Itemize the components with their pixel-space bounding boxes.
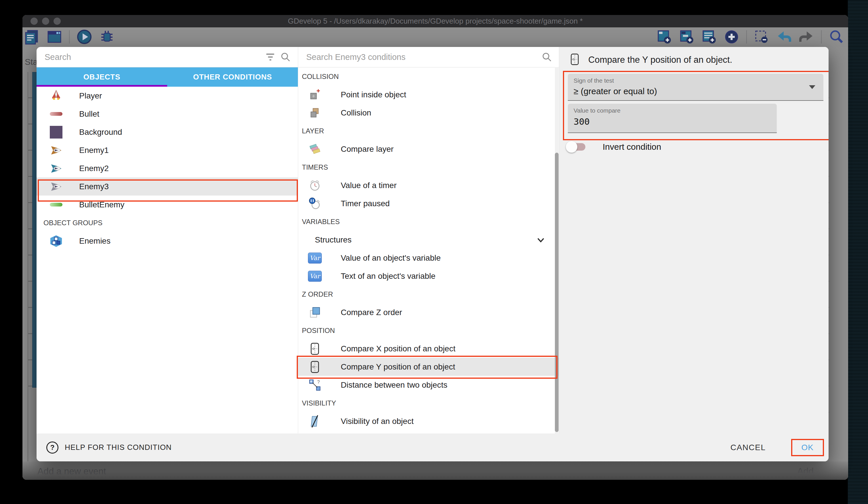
- bullet-icon: [48, 112, 64, 116]
- add-more-link[interactable]: Add...: [797, 466, 822, 477]
- maximize-window-button[interactable]: [53, 18, 61, 25]
- object-label: Enemy3: [79, 182, 109, 191]
- event-tree-corner: [28, 389, 37, 469]
- condition-header: Compare the Y position of an object.: [559, 47, 829, 67]
- add-subevent-icon[interactable]: [679, 29, 694, 44]
- desktop: GDevelop 5 - /Users/dkarakay/Documents/G…: [0, 0, 868, 504]
- condition-row-point-inside[interactable]: Point inside object: [298, 85, 559, 104]
- condition-title: Compare the Y position of an object.: [588, 55, 732, 65]
- condition-row-timer-paused[interactable]: Timer paused: [298, 194, 559, 213]
- event-condition-column: [32, 72, 37, 387]
- condition-row-collision[interactable]: Collision: [298, 104, 559, 122]
- section-timers: TIMERS: [298, 158, 559, 176]
- compare-y-position-icon: [307, 361, 323, 373]
- condition-row-compare-y[interactable]: Compare Y position of an object: [298, 358, 559, 376]
- object-row-background[interactable]: Background: [37, 123, 298, 141]
- conditions-scrollbar-thumb[interactable]: [555, 153, 559, 432]
- invert-condition-row: Invert condition: [566, 142, 661, 152]
- enemy2-ship-icon: [48, 162, 64, 175]
- distance-icon: ?: [307, 379, 323, 391]
- add-more-events-icon[interactable]: [724, 29, 740, 44]
- project-manager-icon[interactable]: [24, 29, 40, 44]
- section-variables: VARIABLES: [298, 213, 559, 231]
- section-visibility: VISIBILITY: [298, 394, 559, 412]
- toolbar-search-icon[interactable]: [829, 29, 844, 44]
- cancel-button[interactable]: CANCEL: [725, 440, 771, 456]
- sign-of-test-select[interactable]: Sign of the test ≥ (greater or equal to): [568, 74, 823, 101]
- object-row-enemy1[interactable]: Enemy1: [37, 141, 298, 159]
- object-label: BulletEnemy: [79, 200, 124, 209]
- object-search-row: [37, 47, 298, 67]
- compare-layer-icon: [307, 143, 323, 155]
- value-to-compare-input[interactable]: Value to compare 300: [568, 104, 777, 133]
- chevron-down-icon[interactable]: [536, 235, 546, 245]
- compare-y-position-icon: [569, 53, 581, 67]
- help-icon: ?: [46, 442, 59, 454]
- ok-button[interactable]: OK: [802, 443, 814, 452]
- add-comment-icon[interactable]: [701, 29, 717, 44]
- condition-row-distance[interactable]: ? Distance between two objects: [298, 376, 559, 394]
- object-row-bulletenemy[interactable]: BulletEnemy: [37, 195, 298, 214]
- condition-row-compare-layer[interactable]: Compare layer: [298, 140, 559, 158]
- condition-row-visibility[interactable]: Visibility of an object: [298, 412, 559, 430]
- condition-search-row: [298, 47, 559, 67]
- search-icon[interactable]: [542, 52, 552, 62]
- condition-row-structures[interactable]: Structures: [298, 231, 559, 249]
- section-collision: COLLISION: [298, 67, 559, 85]
- tab-objects[interactable]: OBJECTS: [37, 67, 167, 87]
- undo-icon[interactable]: [776, 29, 792, 44]
- filter-icon[interactable]: [266, 53, 274, 60]
- play-preview-icon[interactable]: [76, 29, 92, 44]
- condition-row-compare-z[interactable]: Compare Z order: [298, 303, 559, 321]
- events-sheet-bottom: [22, 461, 848, 480]
- object-row-bullet[interactable]: Bullet: [37, 105, 298, 123]
- conditions-list-panel: COLLISION Point inside object Collision …: [298, 47, 559, 433]
- visibility-icon: [307, 415, 323, 428]
- condition-search-input[interactable]: [306, 52, 536, 62]
- object-label: Background: [79, 128, 122, 137]
- scene-tab[interactable]: Sta: [25, 57, 38, 67]
- invert-condition-label: Invert condition: [603, 142, 661, 152]
- condition-row-clipped[interactable]: [298, 430, 559, 433]
- toolbar-divider: [69, 30, 70, 43]
- player-ship-icon: [48, 89, 64, 102]
- dialog-footer: ? HELP FOR THIS CONDITION CANCEL OK: [37, 433, 829, 461]
- section-position: POSITION: [298, 321, 559, 340]
- enemy3-ship-icon: [48, 180, 64, 193]
- add-event-icon[interactable]: [657, 29, 672, 44]
- object-row-player[interactable]: Player: [37, 87, 298, 105]
- window-controls: [31, 18, 61, 25]
- main-toolbar: [22, 27, 848, 47]
- ok-button-annotation: OK: [791, 439, 824, 456]
- condition-row-variable-value[interactable]: Var Value of an object's variable: [298, 249, 559, 267]
- delete-event-icon[interactable]: [754, 29, 769, 44]
- svg-text:?: ?: [317, 379, 320, 384]
- object-search-input[interactable]: [44, 52, 260, 62]
- search-icon[interactable]: [281, 52, 290, 62]
- object-row-enemy2[interactable]: Enemy2: [37, 159, 298, 178]
- object-group-icon: [48, 234, 64, 248]
- section-z-order: Z ORDER: [298, 285, 559, 303]
- objects-list: Player Bullet Background Enemy1 Enemy2: [37, 87, 298, 250]
- add-new-event-link[interactable]: Add a new event: [38, 466, 106, 477]
- group-row-enemies[interactable]: Enemies: [37, 232, 298, 250]
- condition-editor-dialog: OBJECTS OTHER CONDITIONS Player Bullet B…: [37, 47, 829, 461]
- debug-icon[interactable]: [99, 29, 115, 44]
- condition-row-variable-text[interactable]: Var Text of an object's variable: [298, 267, 559, 285]
- invert-condition-toggle[interactable]: [566, 142, 587, 152]
- minimize-window-button[interactable]: [42, 18, 49, 25]
- tab-other-conditions[interactable]: OTHER CONDITIONS: [167, 67, 298, 87]
- object-row-enemy3[interactable]: Enemy3: [37, 178, 298, 195]
- scene-editor-icon[interactable]: [46, 29, 62, 44]
- bullet-enemy-icon: [48, 203, 64, 206]
- close-window-button[interactable]: [31, 18, 38, 25]
- desktop-wallpaper: [848, 0, 868, 504]
- window-title: GDevelop 5 - /Users/dkarakay/Documents/G…: [288, 17, 583, 26]
- help-button[interactable]: ? HELP FOR THIS CONDITION: [37, 442, 172, 454]
- condition-row-compare-x[interactable]: Compare X position of an object: [298, 340, 559, 358]
- condition-row-timer-value[interactable]: Value of a timer: [298, 176, 559, 194]
- background-icon: [48, 126, 64, 139]
- section-layer: LAYER: [298, 122, 559, 140]
- selector-tabs: OBJECTS OTHER CONDITIONS: [37, 67, 298, 87]
- redo-icon[interactable]: [799, 29, 814, 44]
